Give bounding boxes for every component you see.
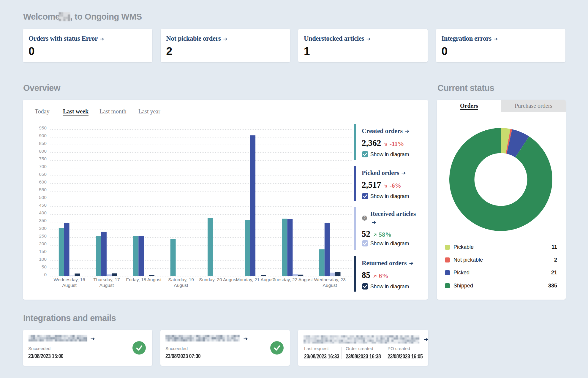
svg-text:250: 250 xyxy=(39,233,47,238)
svg-text:750: 750 xyxy=(39,156,47,161)
svg-text:August: August xyxy=(99,283,114,288)
svg-text:650: 650 xyxy=(39,172,47,177)
svg-text:300: 300 xyxy=(39,226,47,231)
svg-text:700: 700 xyxy=(39,164,47,169)
svg-text:100: 100 xyxy=(39,257,47,262)
svg-text:550: 550 xyxy=(39,187,47,192)
svg-text:August: August xyxy=(62,283,77,288)
svg-text:Monday, 21 August: Monday, 21 August xyxy=(236,277,275,282)
svg-text:500: 500 xyxy=(39,195,47,200)
svg-text:150: 150 xyxy=(39,249,47,254)
svg-text:Friday, 18 August: Friday, 18 August xyxy=(126,277,162,282)
svg-text:Thursday, 17: Thursday, 17 xyxy=(93,277,120,282)
svg-text:Tuesday, 22 August: Tuesday, 22 August xyxy=(273,277,313,282)
svg-text:August: August xyxy=(174,283,188,288)
svg-text:950: 950 xyxy=(39,125,47,130)
svg-text:600: 600 xyxy=(39,179,47,184)
svg-text:800: 800 xyxy=(39,148,47,154)
svg-text:450: 450 xyxy=(39,203,47,208)
svg-text:400: 400 xyxy=(39,210,47,215)
svg-text:Saturday, 19: Saturday, 19 xyxy=(168,277,194,282)
svg-text:200: 200 xyxy=(39,241,47,246)
svg-text:Sunday, 20 August: Sunday, 20 August xyxy=(199,277,238,282)
svg-text:0: 0 xyxy=(44,272,47,277)
svg-text:350: 350 xyxy=(39,218,47,223)
svg-text:850: 850 xyxy=(39,141,47,146)
svg-text:900: 900 xyxy=(39,133,47,138)
svg-text:August: August xyxy=(323,283,337,288)
svg-text:50: 50 xyxy=(42,264,47,269)
svg-text:Wednesday, 16: Wednesday, 16 xyxy=(53,277,85,282)
svg-text:Wednesday, 23: Wednesday, 23 xyxy=(314,277,346,282)
